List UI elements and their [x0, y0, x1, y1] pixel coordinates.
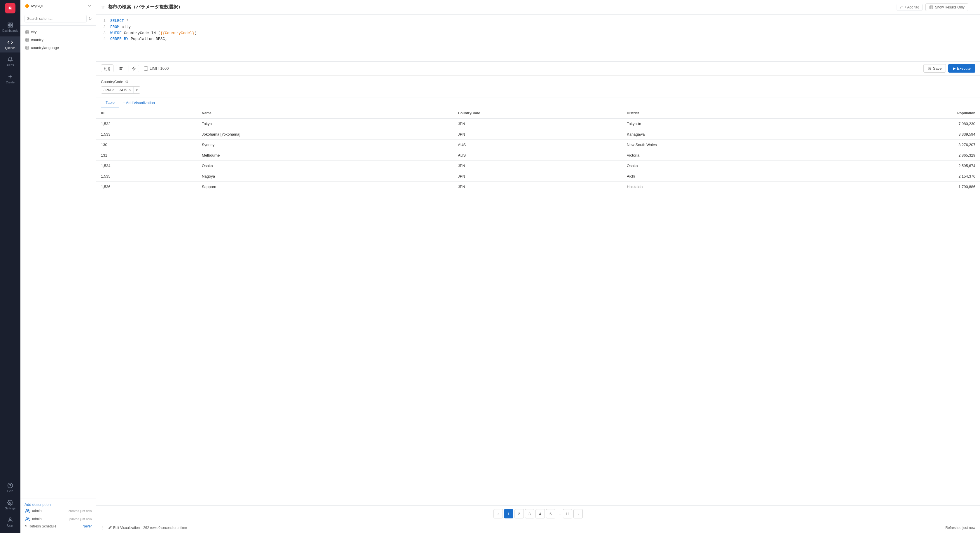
- braces-button[interactable]: {{ }}: [101, 64, 113, 72]
- chevron-down-icon: [87, 3, 92, 8]
- schema-item-countrylanguage-label: countrylanguage: [31, 46, 59, 50]
- add-tag-button[interactable]: 🏷 + Add tag: [897, 4, 923, 11]
- tab-table[interactable]: Table: [101, 97, 119, 108]
- page-next-button[interactable]: ›: [573, 509, 583, 519]
- execute-button[interactable]: ▶ Execute: [948, 64, 975, 73]
- lightning-button[interactable]: [129, 65, 139, 72]
- bottom-more-button[interactable]: ⋮: [101, 525, 105, 530]
- svg-rect-3: [11, 23, 13, 25]
- line-num-1: 1: [101, 18, 106, 24]
- results-table: ID Name CountryCode District Population …: [96, 108, 980, 192]
- toolbar-right: Save ▶ Execute: [923, 64, 975, 73]
- param-label: CountryCode ⚙: [101, 80, 975, 84]
- sidebar-item-settings[interactable]: Settings: [0, 497, 21, 513]
- sidebar-item-dashboards-label: Dashboards: [2, 29, 18, 32]
- db-selector[interactable]: 🔶 MySQL: [24, 3, 44, 8]
- more-options-button[interactable]: ⋮: [970, 4, 975, 10]
- table-small-icon: [929, 5, 933, 10]
- svg-rect-16: [25, 38, 29, 41]
- page-5-button[interactable]: 5: [546, 509, 555, 519]
- cell-name: Jokohama [Yokohama]: [197, 129, 453, 140]
- table-row: 130 Sydney AUS New South Wales 3,276,207: [96, 140, 980, 150]
- param-gear-icon[interactable]: ⚙: [125, 80, 129, 84]
- code-content-4: ORDER BY Population DESC;: [110, 36, 167, 42]
- cell-population: 3,339,594: [833, 129, 980, 140]
- top-bar: ☆ 都市の検索（パラメータ複数選択） 🏷 + Add tag Show Resu…: [96, 0, 980, 14]
- schema-item-country[interactable]: country: [21, 36, 96, 44]
- cell-id: 1,536: [96, 181, 197, 192]
- lightning-icon: [132, 67, 136, 70]
- page-prev-button[interactable]: ‹: [493, 509, 503, 519]
- cell-countrycode: JPN: [453, 118, 622, 129]
- page-3-button[interactable]: 3: [525, 509, 535, 519]
- table-icon: [25, 46, 29, 50]
- show-results-button[interactable]: Show Results Only: [926, 3, 968, 11]
- sidebar-item-alerts[interactable]: Alerts: [0, 54, 21, 70]
- params-area: CountryCode ⚙ JPN ✕ AUS ✕ ▾: [96, 76, 980, 97]
- param-tag-jpn-label: JPN: [103, 88, 111, 92]
- param-tag-aus-remove[interactable]: ✕: [128, 88, 131, 92]
- star-button[interactable]: ☆: [101, 4, 105, 10]
- cell-district: Hokkaido: [622, 181, 833, 192]
- show-results-label: Show Results Only: [935, 5, 964, 10]
- sidebar-item-create[interactable]: Create: [0, 71, 21, 87]
- cell-population: 7,980,230: [833, 118, 980, 129]
- sidebar-item-help-label: Help: [7, 490, 13, 493]
- table-row: 1,532 Tokyo JPN Tokyo-to 7,980,230: [96, 118, 980, 129]
- tab-table-label: Table: [106, 100, 115, 105]
- page-1-button[interactable]: 1: [504, 509, 513, 519]
- limit-row: LIMIT 1000: [144, 66, 169, 70]
- table-icon: [25, 38, 29, 42]
- schema-search-box: ↻: [21, 12, 96, 25]
- dropdown-chevron-icon[interactable]: ▾: [134, 87, 140, 93]
- add-description-link[interactable]: Add description: [24, 503, 92, 507]
- execute-label: ▶ Execute: [953, 66, 970, 70]
- sidebar-item-dashboards[interactable]: Dashboards: [0, 19, 21, 35]
- results-tabs: Table + Add Visualization: [96, 97, 980, 108]
- sidebar-item-queries-label: Queries: [5, 46, 15, 49]
- table-icon: [25, 30, 29, 34]
- results-area: Table + Add Visualization ID Name Countr…: [96, 97, 980, 522]
- col-population: Population: [833, 108, 980, 118]
- schema-item-countrylanguage[interactable]: countrylanguage: [21, 44, 96, 52]
- param-tag-jpn-remove[interactable]: ✕: [112, 88, 115, 92]
- user-name-created: admin: [32, 509, 42, 513]
- sidebar-item-help[interactable]: Help: [0, 480, 21, 496]
- cell-name: Sydney: [197, 140, 453, 150]
- line-num-3: 3: [101, 30, 106, 37]
- svg-point-10: [10, 502, 11, 504]
- save-icon: [928, 67, 932, 70]
- col-id: ID: [96, 108, 197, 118]
- format-button[interactable]: [116, 65, 126, 72]
- svg-point-27: [28, 518, 29, 519]
- cell-name: Melbourne: [197, 150, 453, 161]
- sidebar-item-queries[interactable]: Queries: [0, 37, 21, 53]
- page-4-button[interactable]: 4: [536, 509, 545, 519]
- param-select-dropdown[interactable]: JPN ✕ AUS ✕ ▾: [101, 86, 140, 94]
- edit-visualization-button[interactable]: Edit Visualization: [108, 526, 140, 530]
- code-content-2: FROM city: [110, 24, 130, 30]
- code-editor[interactable]: 1 SELECT * 2 FROM city 3 WHERE CountryCo…: [96, 14, 980, 61]
- add-tag-label: + Add tag: [904, 5, 920, 10]
- param-tag-aus-label: AUS: [119, 88, 127, 92]
- cell-district: Osaka: [622, 161, 833, 171]
- refresh-schema-button[interactable]: ↻: [88, 16, 92, 21]
- search-input[interactable]: [24, 15, 87, 22]
- table-row: 1,536 Sapporo JPN Hokkaido 1,790,886: [96, 181, 980, 192]
- cell-district: Aichi: [622, 171, 833, 181]
- schema-item-country-label: country: [31, 38, 43, 42]
- tag-icon: 🏷: [900, 5, 903, 10]
- limit-checkbox[interactable]: [144, 67, 148, 70]
- refresh-time: Refreshed just now: [945, 526, 975, 530]
- code-content-1: SELECT *: [110, 18, 128, 24]
- sidebar-item-user[interactable]: User: [0, 514, 21, 530]
- schema-item-city[interactable]: city: [21, 28, 96, 36]
- sidebar-nav: Dashboards Queries Alerts Create: [0, 19, 21, 87]
- add-visualization-button[interactable]: + Add Visualization: [119, 98, 158, 107]
- param-tag-jpn: JPN ✕: [101, 87, 117, 93]
- refresh-schedule-value[interactable]: Never: [83, 524, 92, 528]
- left-panel-footer: Add description admin created just now a…: [21, 499, 96, 533]
- page-11-button[interactable]: 11: [563, 509, 572, 519]
- save-button[interactable]: Save: [923, 64, 946, 73]
- page-2-button[interactable]: 2: [514, 509, 524, 519]
